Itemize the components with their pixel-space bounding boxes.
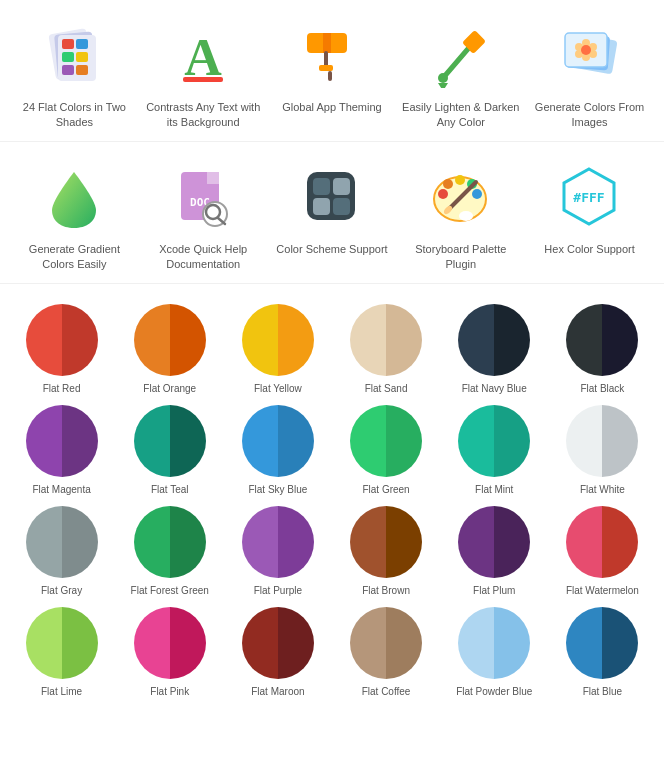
color-right-flat-magenta [62,405,98,477]
palette-icon [39,20,109,90]
svg-rect-14 [319,65,333,71]
color-circle-flat-green [350,405,422,477]
feature-gradient-label: Generate Gradient Colors Easily [14,242,134,273]
feature-xcode-label: Xcode Quick Help Documentation [143,242,263,273]
color-name-flat-white: Flat White [580,483,625,496]
color-item-flat-sky-blue: Flat Sky Blue [228,405,328,496]
color-right-flat-mint [494,405,530,477]
svg-rect-12 [323,33,331,53]
svg-point-46 [459,211,473,221]
color-circle-flat-coffee [350,607,422,679]
svg-point-18 [438,73,448,83]
svg-point-48 [443,179,453,189]
feature-xcode: DOC Xcode Quick Help Documentation [143,162,263,273]
doc-icon: DOC [168,162,238,232]
color-circle-flat-orange [134,304,206,376]
feature-lighten-darken-label: Easily Lighten & Darken Any Color [401,100,521,131]
color-name-flat-coffee: Flat Coffee [362,685,411,698]
color-item-flat-gray: Flat Gray [12,506,112,597]
features-row-2: Generate Gradient Colors Easily DOC Xcod… [0,142,664,284]
color-item-flat-watermelon: Flat Watermelon [552,506,652,597]
color-left-flat-sand [350,304,386,376]
color-item-flat-sand: Flat Sand [336,304,436,395]
color-left-flat-pink [134,607,170,679]
svg-point-51 [472,189,482,199]
svg-rect-6 [76,52,88,62]
color-circle-flat-gray [26,506,98,578]
color-left-flat-forest-green [134,506,170,578]
color-right-flat-sand [386,304,422,376]
feature-contrasts: A Contrasts Any Text with its Background [143,20,263,131]
color-right-flat-gray [62,506,98,578]
color-right-flat-blue [602,607,638,679]
color-right-flat-plum [494,506,530,578]
svg-rect-10 [183,77,223,82]
svg-rect-7 [62,65,74,75]
color-item-flat-forest-green: Flat Forest Green [120,506,220,597]
svg-rect-40 [313,178,330,195]
svg-text:#FFF: #FFF [573,190,604,205]
color-circle-flat-blue [566,607,638,679]
color-right-flat-watermelon [602,506,638,578]
color-name-flat-black: Flat Black [580,382,624,395]
color-item-flat-blue: Flat Blue [552,607,652,698]
paint-roller-icon [297,20,367,90]
color-circle-flat-brown [350,506,422,578]
colors-section: Flat RedFlat OrangeFlat YellowFlat SandF… [0,284,664,718]
color-item-flat-orange: Flat Orange [120,304,220,395]
color-item-flat-red: Flat Red [12,304,112,395]
color-left-flat-green [350,405,386,477]
svg-rect-15 [328,71,332,81]
color-right-flat-red [62,304,98,376]
color-item-flat-navy-blue: Flat Navy Blue [444,304,544,395]
color-circle-flat-watermelon [566,506,638,578]
color-right-flat-sky-blue [278,405,314,477]
color-item-flat-white: Flat White [552,405,652,496]
color-left-flat-teal [134,405,170,477]
color-circle-flat-powder-blue [458,607,530,679]
color-right-flat-pink [170,607,206,679]
feature-generate-images: Generate Colors From Images [530,20,650,131]
color-left-flat-gray [26,506,62,578]
feature-color-scheme: Color Scheme Support [272,162,392,273]
feature-global-theming-label: Global App Theming [282,100,381,115]
color-name-flat-red: Flat Red [43,382,81,395]
color-left-flat-plum [458,506,494,578]
feature-hex-label: Hex Color Support [544,242,635,257]
color-name-flat-watermelon: Flat Watermelon [566,584,639,597]
feature-flat-colors: 24 Flat Colors in Two Shades [14,20,134,131]
color-circle-flat-navy-blue [458,304,530,376]
text-contrast-icon: A [168,20,238,90]
color-right-flat-purple [278,506,314,578]
svg-rect-8 [76,65,88,75]
color-name-flat-navy-blue: Flat Navy Blue [462,382,527,395]
feature-global-theming: Global App Theming [272,20,392,131]
color-left-flat-red [26,304,62,376]
color-left-flat-watermelon [566,506,602,578]
svg-point-31 [581,45,591,55]
color-item-flat-pink: Flat Pink [120,607,220,698]
color-name-flat-blue: Flat Blue [583,685,622,698]
color-item-flat-coffee: Flat Coffee [336,607,436,698]
color-circle-flat-pink [134,607,206,679]
color-right-flat-forest-green [170,506,206,578]
color-name-flat-pink: Flat Pink [150,685,189,698]
color-right-flat-brown [386,506,422,578]
color-left-flat-sky-blue [242,405,278,477]
color-item-flat-magenta: Flat Magenta [12,405,112,496]
color-name-flat-green: Flat Green [362,483,409,496]
color-name-flat-maroon: Flat Maroon [251,685,304,698]
color-item-flat-teal: Flat Teal [120,405,220,496]
feature-contrasts-label: Contrasts Any Text with its Background [143,100,263,131]
color-left-flat-navy-blue [458,304,494,376]
grid-icon [297,162,367,232]
color-item-flat-powder-blue: Flat Powder Blue [444,607,544,698]
svg-rect-43 [333,198,350,215]
color-name-flat-orange: Flat Orange [143,382,196,395]
svg-rect-5 [62,52,74,62]
color-right-flat-yellow [278,304,314,376]
color-circle-flat-purple [242,506,314,578]
color-circle-flat-sand [350,304,422,376]
color-right-flat-black [602,304,638,376]
color-left-flat-purple [242,506,278,578]
